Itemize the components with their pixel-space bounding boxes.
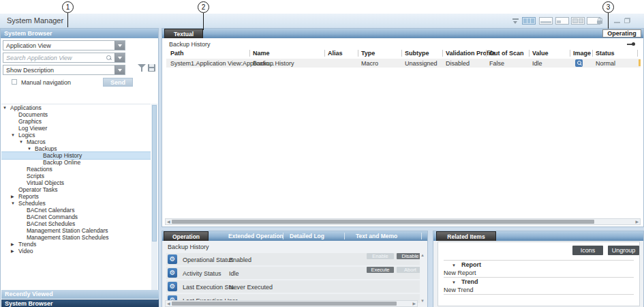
tree-item-backup-history[interactable]: Backup History (1, 152, 151, 159)
column-header-type[interactable]: Type (361, 50, 375, 57)
tree-scrollbar[interactable] (151, 104, 157, 290)
tree-item-reactions[interactable]: Reactions (1, 166, 151, 173)
disable-button[interactable]: Disable (397, 253, 420, 259)
ungroup-button[interactable]: Ungroup (608, 246, 639, 255)
related-items-list: ▼ReportNew Report▼TrendNew Trend (444, 260, 634, 295)
column-header-name[interactable]: Name (253, 50, 270, 57)
tree-item-bacnet-schedules[interactable]: BACnet Schedules (1, 220, 151, 227)
related-item-new-report[interactable]: New Report (444, 269, 634, 277)
column-header-subtype[interactable]: Subtype (405, 50, 429, 57)
tree-item-trends[interactable]: ▶Trends (1, 241, 151, 248)
column-header-image[interactable]: Image (573, 50, 591, 57)
lock-icon[interactable] (597, 18, 602, 24)
collapse-arrow-icon[interactable]: ▼ (452, 263, 456, 267)
system-browser-header[interactable]: System Browser (1, 29, 158, 38)
tree-item-scripts[interactable]: Scripts (1, 173, 151, 179)
tree-item-label: Backup History (43, 152, 82, 159)
tree-item-log-viewer[interactable]: Log Viewer (1, 125, 151, 132)
column-header-out-of-scan[interactable]: Out of Scan (489, 50, 524, 57)
layout-left-pane-icon[interactable] (555, 17, 569, 25)
tree-item-management-station-schedules[interactable]: Management Station Schedules (1, 234, 151, 241)
tree-item-graphics[interactable]: Graphics (1, 118, 151, 125)
window-title: System Manager (7, 16, 63, 25)
tab-detailed-log[interactable]: Detailed Log (290, 231, 324, 241)
system-browser-collapsed-tab[interactable]: System Browser (1, 299, 159, 307)
chevron-down-icon[interactable] (114, 41, 125, 50)
column-header-value[interactable]: Value (532, 50, 549, 57)
tab-textual-viewer[interactable]: Textual Viewer (164, 29, 203, 38)
tree-item-virtual-objects[interactable]: Virtual Objects (1, 179, 151, 186)
view-selector[interactable]: Application View (3, 40, 125, 50)
description-selector[interactable]: Show Description (3, 65, 125, 75)
tree-item-schedules[interactable]: ▼Schedules (1, 200, 151, 207)
collapse-arrow-icon[interactable]: ▼ (27, 145, 35, 152)
tab-related-items[interactable]: Related Items (436, 231, 496, 241)
recently-viewed-bar[interactable]: Recently Viewed (1, 290, 159, 299)
collapse-arrow-icon[interactable]: ▼ (11, 132, 18, 138)
tab-text-and-memo[interactable]: Text and Memo (356, 231, 397, 241)
search-options-chevron-icon[interactable] (114, 53, 125, 62)
scroll-right-icon[interactable]: ▶ (412, 301, 416, 307)
dock-pin-icon[interactable] (512, 18, 519, 25)
tree-item-bacnet-calendars[interactable]: BACnet Calendars (1, 207, 151, 214)
scroll-left-icon[interactable]: ◀ (167, 219, 170, 225)
related-items-card: Icons Ungroup ▼ReportNew Report▼TrendNew… (438, 242, 640, 306)
tree-item-backups[interactable]: ▼Backups (1, 145, 151, 152)
tree-item-label: BACnet Commands (27, 214, 78, 220)
expand-arrow-icon[interactable]: ▶ (11, 241, 18, 248)
manual-navigation-checkbox[interactable] (12, 79, 17, 85)
tree-item-management-station-calendars[interactable]: Management Station Calendars (1, 227, 151, 234)
scroll-right-icon[interactable]: ▶ (635, 219, 639, 225)
collapse-arrow-icon[interactable]: ▼ (3, 104, 10, 111)
column-header-validation-profile[interactable]: Validation Profile (446, 50, 495, 57)
tree-item-documents[interactable]: Documents (1, 111, 151, 118)
icons-button[interactable]: Icons (572, 246, 603, 255)
related-group-report[interactable]: ▼Report (444, 261, 634, 269)
tree-item-label: Trends (18, 241, 36, 248)
execute-button[interactable]: Execute (367, 267, 394, 273)
scroll-left-icon[interactable]: ◀ (167, 301, 170, 307)
search-input[interactable]: Search Application View (3, 53, 125, 63)
tree-item-video[interactable]: ▶Video (1, 248, 151, 254)
operation-horizontal-scrollbar[interactable]: ◀ ▶ (165, 300, 418, 307)
tree: ▼ApplicationsDocumentsGraphicsLog Viewer… (1, 104, 151, 290)
operation-row-value: Enabled (229, 257, 251, 263)
tab-separator (344, 233, 345, 239)
layout-bottom-pane-icon[interactable] (539, 17, 553, 25)
table-row[interactable]: System1.Application View:Applicatio...Ba… (166, 59, 641, 68)
layout-columns-icon[interactable] (522, 17, 536, 25)
chevron-down-icon[interactable] (114, 65, 125, 74)
column-header-path[interactable]: Path (170, 50, 184, 57)
collapse-arrow-icon[interactable]: ▼ (11, 200, 18, 207)
expand-arrow-icon[interactable]: ▶ (11, 193, 18, 200)
restore-icon[interactable] (624, 18, 630, 23)
tab-extended-operation[interactable]: Extended Operation (228, 231, 283, 241)
tab-operation[interactable]: Operation (164, 231, 209, 241)
magnifier-badge-icon[interactable] (575, 59, 583, 67)
save-search-icon[interactable] (148, 64, 155, 72)
column-header-alias[interactable]: Alias (328, 50, 343, 57)
tree-item-backup-online[interactable]: Backup Online (1, 159, 151, 166)
operating-button[interactable]: Operating (602, 29, 641, 38)
collapse-arrow-icon[interactable]: ▼ (452, 280, 456, 284)
scroll-down-icon[interactable]: ▼ (420, 299, 425, 303)
operation-vertical-scrollbar[interactable]: ▲ ▼ (420, 253, 426, 303)
tree-item-applications[interactable]: ▼Applications (1, 104, 151, 111)
scroll-up-icon[interactable]: ▲ (420, 253, 425, 257)
tree-item-operator-tasks[interactable]: Operator Tasks (1, 186, 151, 193)
tree-item-logics[interactable]: ▼Logics (1, 132, 151, 138)
tree-item-reports[interactable]: ▶Reports (1, 193, 151, 200)
column-header-status[interactable]: Status (596, 50, 615, 57)
pin-icon[interactable] (627, 42, 635, 46)
minimize-icon[interactable] (614, 22, 620, 23)
expand-arrow-icon[interactable]: ▶ (11, 248, 18, 254)
tree-item-bacnet-commands[interactable]: BACnet Commands (1, 214, 151, 220)
related-item-new-trend[interactable]: New Trend (444, 286, 634, 294)
filter-icon[interactable] (138, 64, 146, 72)
table-horizontal-scrollbar[interactable]: ◀ ▶ (165, 218, 641, 225)
related-group-trend[interactable]: ▼Trend (444, 278, 634, 286)
layout-split-icon[interactable] (571, 17, 585, 25)
send-button[interactable]: Send (103, 78, 133, 87)
tree-item-macros[interactable]: ▼Macros (1, 138, 151, 145)
collapse-arrow-icon[interactable]: ▼ (19, 138, 27, 145)
